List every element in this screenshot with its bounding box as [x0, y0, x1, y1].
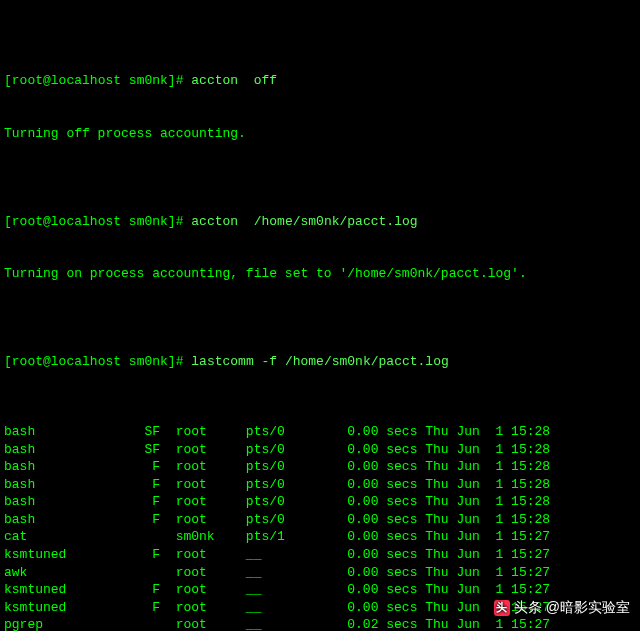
- lastcomm-row: bash F root pts/0 0.00 secs Thu Jun 1 15…: [4, 476, 636, 494]
- lastcomm-row: bash F root pts/0 0.00 secs Thu Jun 1 15…: [4, 458, 636, 476]
- typed-command-2: accton /home/sm0nk/pacct.log: [191, 214, 417, 229]
- lastcomm-row: bash SF root pts/0 0.00 secs Thu Jun 1 1…: [4, 441, 636, 459]
- watermark-prefix: 头条: [514, 598, 542, 617]
- lastcomm-row: cat sm0nk pts/1 0.00 secs Thu Jun 1 15:2…: [4, 528, 636, 546]
- lastcomm-row: bash F root pts/0 0.00 secs Thu Jun 1 15…: [4, 493, 636, 511]
- watermark: 头 头条@暗影实验室: [494, 598, 630, 617]
- output-msg-2: Turning on process accounting, file set …: [4, 265, 636, 283]
- lastcomm-row: ksmtuned F root __ 0.00 secs Thu Jun 1 1…: [4, 581, 636, 599]
- prompt-line-2[interactable]: [root@localhost sm0nk]# accton /home/sm0…: [4, 213, 636, 231]
- typed-command-3: lastcomm -f /home/sm0nk/pacct.log: [191, 354, 448, 369]
- prompt-cwd: sm0nk: [129, 73, 168, 88]
- prompt-line-1[interactable]: [root@localhost sm0nk]# accton off: [4, 72, 636, 90]
- lastcomm-row: bash SF root pts/0 0.00 secs Thu Jun 1 1…: [4, 423, 636, 441]
- lastcomm-row: pgrep root __ 0.02 secs Thu Jun 1 15:27: [4, 616, 636, 631]
- toutiao-icon: 头: [494, 600, 510, 616]
- lastcomm-row: ksmtuned F root __ 0.00 secs Thu Jun 1 1…: [4, 546, 636, 564]
- output-msg-1: Turning off process accounting.: [4, 125, 636, 143]
- prompt-symbol: #: [176, 73, 184, 88]
- prompt-line-3[interactable]: [root@localhost sm0nk]# lastcomm -f /hom…: [4, 353, 636, 371]
- watermark-handle: @暗影实验室: [546, 598, 630, 617]
- lastcomm-row: awk root __ 0.00 secs Thu Jun 1 15:27: [4, 564, 636, 582]
- terminal-output: [root@localhost sm0nk]# accton off Turni…: [0, 0, 640, 631]
- typed-command-1: accton off: [191, 73, 277, 88]
- lastcomm-row: bash F root pts/0 0.00 secs Thu Jun 1 15…: [4, 511, 636, 529]
- prompt-user-host: root@localhost: [12, 73, 121, 88]
